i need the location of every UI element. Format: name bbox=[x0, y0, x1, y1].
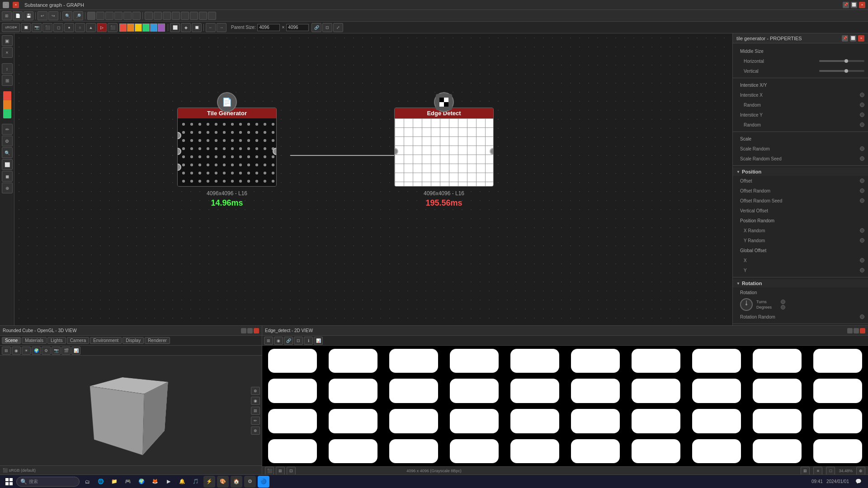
vertical-slider[interactable] bbox=[819, 70, 864, 72]
graph-area[interactable]: 📄 Tile Generator 4096x4096 - L16 bbox=[14, 33, 732, 325]
v3d-tb-7[interactable]: 🎬 bbox=[61, 347, 71, 355]
tab-scene[interactable]: Scene bbox=[2, 337, 21, 344]
swatch-orange[interactable] bbox=[127, 23, 134, 32]
tool-btn-4[interactable] bbox=[172, 12, 180, 20]
taskbar-gamepad-icon[interactable]: 🎮 bbox=[122, 476, 134, 488]
close-icon[interactable]: × bbox=[859, 2, 865, 8]
v2d-expand2-btn[interactable]: □ bbox=[826, 467, 835, 475]
taskbar-music-icon[interactable]: 🎵 bbox=[190, 476, 202, 488]
offset-random-seed-circle[interactable] bbox=[860, 198, 864, 203]
v3d-tb-8[interactable]: 📊 bbox=[71, 347, 80, 355]
sidebar-btn-2[interactable]: × bbox=[2, 47, 13, 58]
v3d-side-3[interactable]: ⊞ bbox=[251, 407, 260, 415]
taskbar-notify-icon[interactable]: 🔔 bbox=[176, 476, 188, 488]
open-btn[interactable]: 📄 bbox=[13, 11, 23, 20]
t2-btn-2[interactable]: 🔲 bbox=[21, 23, 31, 32]
undo-btn[interactable]: ↩ bbox=[38, 11, 47, 20]
notification-btn[interactable]: 💬 bbox=[853, 476, 864, 488]
interstice-x-circle[interactable] bbox=[860, 93, 864, 97]
restore-icon[interactable]: ⬜ bbox=[851, 2, 857, 8]
sidebar-btn-5[interactable]: ✏ bbox=[2, 124, 13, 135]
tool-btn-5[interactable] bbox=[181, 12, 189, 20]
pin-icon[interactable]: 📌 bbox=[843, 2, 849, 8]
sidebar-btn-7[interactable]: 🔍 bbox=[2, 147, 13, 158]
arrow-right-btn[interactable]: → bbox=[217, 23, 226, 32]
offset-random-circle[interactable] bbox=[860, 188, 864, 193]
scale-random-seed-circle[interactable] bbox=[860, 156, 864, 161]
swatch-yellow[interactable] bbox=[135, 23, 142, 32]
start-button[interactable] bbox=[4, 476, 14, 487]
t2-btn-9[interactable]: ▷ bbox=[97, 23, 107, 32]
swatch-green[interactable] bbox=[142, 23, 150, 32]
offset-circle[interactable] bbox=[860, 178, 864, 183]
save-btn[interactable]: 💾 bbox=[24, 11, 33, 20]
go-x-circle[interactable] bbox=[860, 258, 864, 263]
v2d-status-btn-1[interactable]: ⬛ bbox=[265, 467, 274, 475]
tab-environment[interactable]: Environment bbox=[90, 337, 122, 344]
rotation-dial[interactable] bbox=[740, 298, 753, 311]
tab-camera[interactable]: Camera bbox=[67, 337, 90, 344]
mode-btn-6[interactable] bbox=[132, 12, 141, 20]
v2d-list-btn[interactable]: ≡ bbox=[813, 467, 822, 475]
sidebar-btn-3[interactable]: ↕ bbox=[2, 63, 13, 74]
mode-btn-5[interactable] bbox=[123, 12, 132, 20]
render-btn-3[interactable]: 🔲 bbox=[192, 23, 202, 32]
zoom-out-btn[interactable]: 🔎 bbox=[73, 11, 83, 20]
render-btn-2[interactable]: ◆ bbox=[181, 23, 191, 32]
taskbar-folder-icon[interactable]: 📁 bbox=[108, 476, 120, 488]
view-3d-content[interactable]: ⊕ ◉ ⊞ ✏ ⊕ bbox=[0, 356, 262, 465]
t2-btn-10[interactable]: ⬛ bbox=[108, 23, 118, 32]
v3d-tb-6[interactable]: 📷 bbox=[52, 347, 61, 355]
tab-lights[interactable]: Lights bbox=[47, 337, 66, 344]
swatch-red[interactable] bbox=[119, 23, 127, 32]
tab-display[interactable]: Display bbox=[123, 337, 144, 344]
v3d-expand[interactable] bbox=[247, 328, 253, 333]
tool-btn-1[interactable] bbox=[145, 12, 153, 20]
tool-btn-3[interactable] bbox=[163, 12, 171, 20]
close-button[interactable]: × bbox=[13, 2, 19, 8]
mode-btn-1[interactable] bbox=[87, 12, 95, 20]
link-btn[interactable]: 🔗 bbox=[311, 23, 321, 32]
taskbar-file-manager[interactable]: 🗂 bbox=[81, 476, 93, 488]
v2d-zoom-btn[interactable]: ⊕ bbox=[856, 467, 865, 475]
v3d-side-1[interactable]: ⊕ bbox=[251, 387, 260, 395]
taskbar-firefox-icon[interactable]: 🦊 bbox=[149, 476, 161, 488]
v2d-tb-5[interactable]: ℹ bbox=[304, 337, 313, 345]
zoom-in-btn[interactable]: 🔍 bbox=[62, 11, 72, 20]
taskbar-app-4[interactable]: ⚙ bbox=[244, 476, 256, 488]
random1-circle[interactable] bbox=[860, 103, 864, 107]
props-expand-btn[interactable]: ⬜ bbox=[850, 35, 856, 42]
x-random-circle[interactable] bbox=[860, 228, 864, 233]
scale-random-circle[interactable] bbox=[860, 146, 864, 151]
swatch-blue[interactable] bbox=[150, 23, 157, 32]
render-btn-1[interactable]: ⬜ bbox=[170, 23, 180, 32]
horizontal-slider[interactable] bbox=[819, 60, 864, 62]
v3d-side-4[interactable]: ✏ bbox=[251, 417, 260, 425]
sidebar-btn-8[interactable]: ⬜ bbox=[2, 159, 13, 170]
port-ed-out[interactable] bbox=[490, 148, 494, 155]
minimize-button[interactable]: − bbox=[3, 2, 9, 8]
sidebar-btn-6[interactable]: ⚙ bbox=[2, 136, 13, 146]
taskbar-app-3[interactable]: 🏠 bbox=[231, 476, 242, 488]
t2-btn-1[interactable]: sRGB▾ bbox=[2, 23, 20, 32]
v3d-tb-1[interactable]: ⊞ bbox=[2, 347, 11, 355]
interstice-y-circle[interactable] bbox=[860, 113, 864, 117]
props-close-btn[interactable]: × bbox=[858, 35, 864, 42]
rotation-random-circle[interactable] bbox=[860, 314, 864, 319]
t2-btn-4[interactable]: ⬛ bbox=[42, 23, 52, 32]
v2d-tb-6[interactable]: 📊 bbox=[314, 337, 323, 345]
mode-btn-4[interactable] bbox=[114, 12, 123, 20]
v2d-status-btn-3[interactable]: ⊡ bbox=[287, 467, 296, 475]
v3d-tb-2[interactable]: ◉ bbox=[12, 347, 21, 355]
taskbar-app-5[interactable]: 🔵 bbox=[258, 476, 269, 488]
v3d-pin[interactable] bbox=[241, 328, 246, 333]
v2d-status-btn-2[interactable]: ⊞ bbox=[276, 467, 285, 475]
mode-btn-3[interactable] bbox=[105, 12, 113, 20]
mode-btn-2[interactable] bbox=[96, 12, 104, 20]
taskbar-globe-icon[interactable]: 🌍 bbox=[136, 476, 147, 488]
tool-btn-2[interactable] bbox=[154, 12, 162, 20]
random2-circle[interactable] bbox=[860, 122, 864, 127]
new-btn[interactable]: ⊞ bbox=[2, 11, 12, 20]
y-random-circle[interactable] bbox=[860, 238, 864, 243]
v3d-side-2[interactable]: ◉ bbox=[251, 397, 260, 405]
